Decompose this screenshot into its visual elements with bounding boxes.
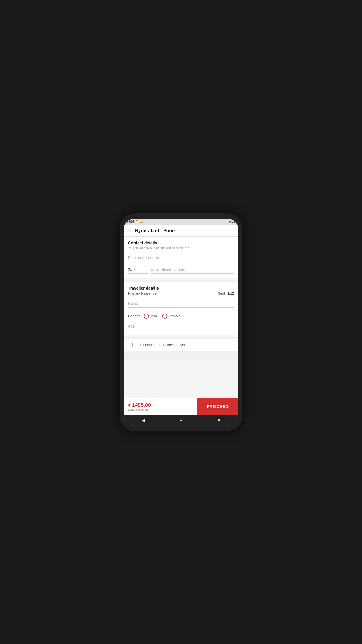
nav-back-button[interactable]: ◀	[138, 416, 149, 424]
business-travel-label: I am booking for business travel	[136, 343, 185, 347]
contact-details-subtitle: Your ticket and bus details will be sent…	[128, 246, 234, 250]
screen-content: ← Hyderabad - Pune Contact details Your …	[124, 225, 238, 415]
female-label: Female	[169, 314, 180, 318]
phone-field[interactable]	[151, 265, 234, 274]
phone-screen: 12:08 ⏰ 🔒 ▾ ▴ ▮ ← Hyderabad - Pune Conta	[124, 219, 238, 426]
battery-icon: ▮	[234, 220, 235, 223]
status-bar: 12:08 ⏰ 🔒 ▾ ▴ ▮	[124, 219, 238, 225]
business-travel-checkbox[interactable]	[128, 343, 133, 347]
passenger-label: Primary Passenger	[128, 291, 158, 295]
main-content: Contact details Your ticket and bus deta…	[124, 237, 238, 398]
proceed-button[interactable]: PROCEED	[197, 398, 238, 415]
status-time: 12:08	[127, 220, 134, 223]
country-code-selector[interactable]: 91 ▼	[128, 265, 148, 274]
bottom-bar: ₹ 1495.00 (Excluding taxes) PROCEED	[124, 398, 238, 415]
passenger-row: Primary Passenger Seat L12	[128, 291, 234, 295]
status-left: 12:08 ⏰ 🔒	[127, 220, 143, 223]
dropdown-arrow-icon: ▼	[133, 268, 136, 271]
android-nav-bar: ◀ ● ■	[124, 415, 238, 426]
country-code-value: 91	[128, 267, 132, 272]
nav-home-button[interactable]: ●	[176, 416, 187, 424]
seat-number: L12	[228, 291, 234, 295]
back-button[interactable]: ←	[128, 228, 133, 233]
price-display: ₹ 1495.00	[128, 402, 193, 408]
rupee-symbol: ₹	[128, 403, 131, 408]
alarm-icon: ⏰	[136, 220, 139, 223]
phone-row: 91 ▼	[128, 265, 234, 274]
female-radio-circle	[162, 314, 167, 319]
status-right: ▾ ▴ ▮	[229, 220, 235, 223]
business-travel-checkbox-row[interactable]: I am booking for business travel	[128, 343, 234, 347]
signal-icon: ▴	[231, 220, 233, 223]
nav-recent-button[interactable]: ■	[214, 416, 224, 424]
phone-device: 12:08 ⏰ 🔒 ▾ ▴ ▮ ← Hyderabad - Pune Conta	[120, 214, 242, 431]
traveller-details-section: Traveller details Primary Passenger Seat…	[124, 282, 238, 335]
name-field[interactable]	[128, 299, 234, 308]
wifi-icon: ▾	[229, 220, 231, 223]
price-value: 1495.00	[132, 402, 151, 408]
gender-male-option[interactable]: Male	[144, 314, 158, 319]
page-title: Hyderabad - Pune	[135, 228, 175, 233]
traveller-details-title: Traveller details	[128, 286, 234, 290]
gender-female-option[interactable]: Female	[162, 314, 180, 319]
seat-info: Seat L12	[218, 291, 234, 295]
email-field[interactable]	[128, 253, 234, 262]
male-label: Male	[150, 314, 158, 318]
contact-details-section: Contact details Your ticket and bus deta…	[124, 237, 238, 278]
toolbar: ← Hyderabad - Pune	[124, 225, 238, 237]
gender-row: Gender Male Female	[128, 314, 234, 319]
lock-icon: 🔒	[140, 220, 143, 223]
contact-details-title: Contact details	[128, 241, 234, 245]
price-section: ₹ 1495.00 (Excluding taxes)	[124, 402, 197, 411]
gender-label: Gender	[128, 314, 140, 318]
seat-label: Seat	[218, 291, 225, 295]
male-radio-circle	[144, 314, 149, 319]
tax-note: (Excluding taxes)	[128, 408, 193, 411]
age-field[interactable]	[128, 322, 234, 330]
section-divider-3	[124, 351, 238, 360]
business-travel-section: I am booking for business travel	[124, 339, 238, 351]
